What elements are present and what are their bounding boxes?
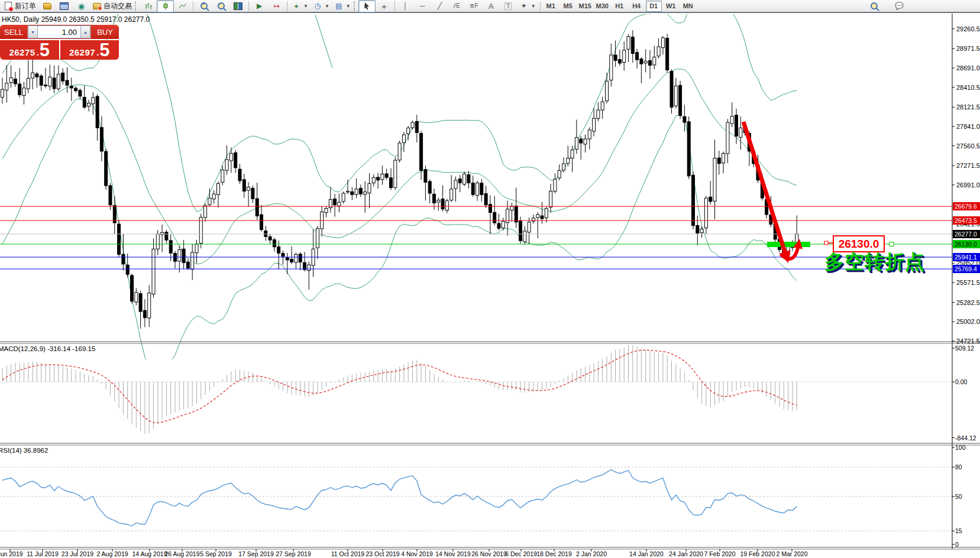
line-chart-icon: [179, 2, 187, 10]
chat-button[interactable]: 💬: [891, 0, 908, 12]
line-handle: [890, 242, 894, 246]
equidistant-channel-button[interactable]: ⫽E: [448, 0, 465, 12]
rsi-tick-label: 80: [955, 463, 962, 471]
toolbar-separator: [287, 1, 287, 11]
trendline-button[interactable]: ╱: [431, 0, 448, 12]
date-tick-label: 14 Jan 2020: [629, 550, 664, 557]
templates-button[interactable]: ▤▼: [332, 0, 353, 12]
new-order-button[interactable]: 新订单: [1, 0, 38, 12]
price-badge: 25769.4: [953, 265, 980, 273]
buy-price-panel[interactable]: 26297.5: [60, 40, 119, 60]
chart-canvas[interactable]: 29260.528971.528691.028410.528121.527841…: [0, 0, 980, 558]
sell-price-panel[interactable]: 26275.5: [0, 40, 59, 60]
volume-input[interactable]: [38, 25, 80, 38]
price-badge: 25941.1: [953, 253, 980, 261]
triangle-up-icon: ▲: [83, 30, 88, 34]
one-click-trading-widget: SELL ▼ ▲ BUY 26275.5 26297.5: [0, 25, 119, 60]
date-tick-label: 17 Sep 2019: [238, 550, 274, 557]
volume-increase-button[interactable]: ▲: [80, 25, 90, 38]
price-badge: 26130.0: [953, 240, 980, 248]
volume-decrease-button[interactable]: ▼: [28, 25, 38, 38]
tab-d1[interactable]: D1: [646, 1, 662, 12]
equidistant-channel-icon: ⫽E: [452, 1, 461, 11]
bar-chart-button[interactable]: [140, 0, 157, 12]
tab-h4[interactable]: H4: [629, 1, 645, 12]
tab-w1[interactable]: W1: [663, 1, 679, 12]
tab-m5[interactable]: M5: [560, 1, 576, 12]
data-window-button[interactable]: [56, 0, 73, 12]
tab-mn[interactable]: MN: [680, 1, 696, 12]
search-button[interactable]: [865, 0, 882, 12]
text-icon: A: [486, 1, 496, 11]
toolbar-separator: [394, 1, 395, 11]
new-order-label: 新订单: [15, 1, 36, 11]
chevron-down-icon: ▼: [346, 4, 351, 9]
horizontal-line-icon: ─: [418, 1, 427, 11]
zoom-in-button[interactable]: +: [195, 0, 212, 12]
date-tick-label: 11 Oct 2019: [331, 550, 365, 557]
turning-point-annotation[interactable]: 多空转折点: [824, 249, 925, 275]
toolbar-separator: [193, 1, 193, 11]
chat-icon: 💬: [895, 1, 904, 11]
buy-button[interactable]: BUY: [90, 25, 119, 39]
search-icon: [871, 2, 878, 9]
candlestick-chart-icon: [161, 2, 170, 10]
price-tick-label: 25002.0: [956, 318, 980, 325]
date-tick-label: 23 Jul 2019: [62, 550, 93, 557]
date-tick-label: 5 Sep 2019: [200, 550, 232, 557]
candlestick-chart-button[interactable]: [157, 0, 174, 12]
vertical-line-button[interactable]: │: [397, 0, 414, 12]
zoom-in-icon: +: [200, 2, 208, 9]
highlight-bar: [767, 242, 810, 247]
arrows-button[interactable]: ✦▼: [517, 0, 538, 12]
trading-terminal-window: 29260.528971.528691.028410.528121.527841…: [0, 0, 980, 558]
signals-button[interactable]: ◉: [73, 0, 90, 12]
zoom-out-icon: -: [218, 2, 225, 9]
macd-signal-line: [2, 350, 797, 423]
price-chart[interactable]: 29260.528971.528691.028410.528121.527841…: [0, 0, 980, 558]
crosshair-button[interactable]: +: [376, 0, 393, 12]
horizontal-line-button[interactable]: ─: [414, 0, 431, 12]
text-button[interactable]: A: [483, 0, 500, 12]
tab-m30[interactable]: M30: [594, 1, 610, 12]
macd-tick-label: 0.00: [955, 378, 968, 385]
toolbar-grip: [354, 1, 357, 11]
text-label-icon: T: [504, 2, 512, 10]
tile-windows-button[interactable]: [229, 0, 247, 12]
indicators-button[interactable]: ＋▼: [289, 0, 311, 12]
sell-button[interactable]: SELL: [0, 25, 28, 39]
buy-price: 26297: [69, 47, 95, 57]
auto-trading-button[interactable]: 自动交易: [90, 0, 134, 12]
sell-price: 26275: [9, 47, 35, 57]
date-tick-label: 14 Aug 2019: [132, 550, 167, 557]
date-tick-label: Jun 2019: [0, 550, 23, 557]
candles: [1, 30, 798, 329]
chevron-down-icon: ▼: [325, 4, 329, 9]
tab-h1[interactable]: H1: [612, 1, 628, 12]
tab-m1[interactable]: M1: [543, 1, 559, 12]
cursor-button[interactable]: [358, 0, 376, 12]
toolbar-separator: [248, 1, 249, 11]
price-tick-label: 29260.5: [956, 25, 980, 33]
text-label-button[interactable]: T: [500, 0, 517, 12]
new-order-icon: [5, 2, 12, 10]
date-tick-label: 14 Nov 2019: [435, 550, 471, 557]
rsi-tick-label: 0: [955, 541, 959, 548]
fibonacci-button[interactable]: ≣F: [465, 0, 483, 12]
macd-tick-label: -844.12: [955, 434, 976, 442]
date-tick-label: 6 Dec 2019: [505, 550, 537, 557]
macd-histogram: [2, 345, 797, 434]
auto-scroll-button[interactable]: ▶: [251, 0, 268, 12]
indicators-icon: ＋: [292, 1, 301, 11]
market-watch-button[interactable]: [38, 0, 56, 12]
date-tick-label: 2 Jan 2020: [576, 550, 607, 557]
line-chart-button[interactable]: [174, 0, 191, 12]
market-watch-icon: [43, 3, 51, 9]
tab-m15[interactable]: M15: [577, 1, 593, 12]
bollinger-bands: [2, 0, 797, 369]
periods-button[interactable]: ◷▼: [311, 0, 332, 12]
chart-shift-icon: ↦: [272, 1, 282, 11]
zoom-out-button[interactable]: -: [212, 0, 229, 12]
price-badge: 26473.5: [953, 216, 980, 225]
chart-shift-button[interactable]: ↦: [268, 0, 285, 12]
